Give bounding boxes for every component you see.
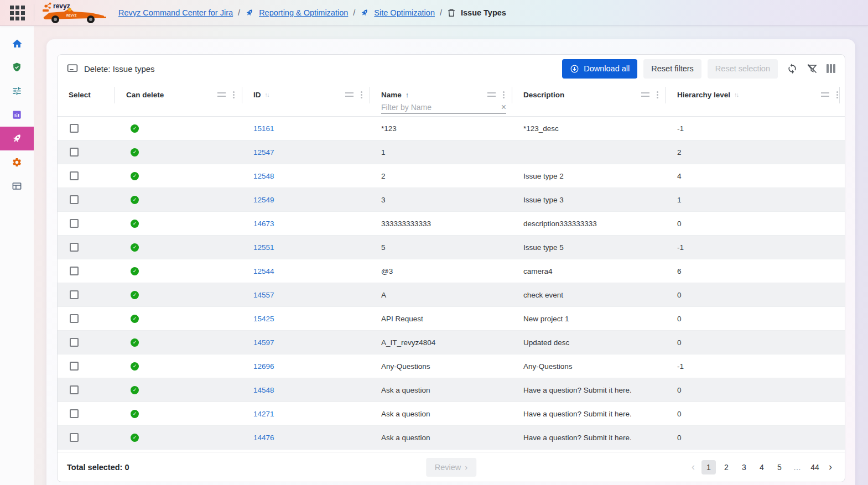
id-link[interactable]: 14476 — [253, 434, 274, 442]
select-cell — [58, 267, 115, 275]
filter-menu-icon[interactable] — [217, 92, 226, 97]
svg-text:REVYZ: REVYZ — [66, 14, 77, 17]
rocket-icon — [245, 8, 254, 17]
sidebar-item-optimization[interactable] — [0, 127, 34, 150]
sort-icon[interactable]: ↑↓ — [265, 91, 269, 98]
reset-selection-button[interactable]: Reset selection — [708, 59, 778, 79]
select-cell — [58, 219, 115, 228]
row-checkbox[interactable] — [70, 267, 79, 275]
page-button[interactable]: 44 — [808, 460, 822, 474]
row-checkbox[interactable] — [70, 433, 79, 442]
table-row: ✓ 14271 Ask a question Have a question? … — [58, 402, 845, 426]
id-link[interactable]: 14548 — [253, 386, 274, 394]
id-link[interactable]: 14673 — [253, 220, 274, 228]
select-cell — [58, 195, 115, 204]
row-checkbox[interactable] — [70, 385, 79, 394]
download-all-button[interactable]: Download all — [562, 59, 637, 79]
can-delete-cell: ✓ — [115, 148, 242, 157]
filter-menu-icon[interactable] — [345, 92, 354, 97]
column-menu-icon[interactable] — [657, 91, 658, 98]
sort-asc-icon[interactable]: ↑ — [406, 91, 409, 99]
row-checkbox[interactable] — [70, 219, 79, 228]
breadcrumb-separator: / — [353, 8, 355, 17]
review-button[interactable]: Review › — [426, 458, 477, 477]
id-link[interactable]: 12696 — [253, 362, 274, 371]
name-filter-input[interactable] — [381, 103, 498, 112]
row-checkbox[interactable] — [70, 195, 79, 204]
can-delete-check-icon: ✓ — [131, 148, 139, 157]
name-cell: A — [370, 291, 512, 299]
reset-filters-button[interactable]: Reset filters — [643, 59, 701, 79]
column-menu-icon[interactable] — [233, 91, 235, 98]
page-button[interactable]: 2 — [719, 460, 734, 474]
id-cell: 15161 — [242, 124, 370, 133]
rocket-icon — [360, 8, 369, 17]
sidebar-item-configuration[interactable] — [0, 79, 34, 103]
page-button[interactable]: 5 — [772, 460, 787, 474]
page-button[interactable]: 3 — [737, 460, 751, 474]
table-row: ✓ 14476 Ask a question Have a question? … — [58, 426, 845, 450]
row-checkbox[interactable] — [70, 362, 79, 371]
filter-off-icon[interactable] — [807, 63, 818, 74]
select-cell — [58, 433, 115, 442]
row-checkbox[interactable] — [70, 124, 79, 133]
column-header-name: Name ↑ × — [370, 82, 512, 105]
id-link[interactable]: 14557 — [253, 291, 274, 299]
app-switcher-icon[interactable] — [10, 6, 25, 20]
previous-page-button[interactable]: ‹ — [688, 461, 698, 473]
sidebar-item-backup[interactable] — [0, 55, 34, 79]
row-checkbox[interactable] — [70, 148, 79, 157]
breadcrumb: Revyz Command Center for Jira / Reportin… — [118, 8, 506, 18]
breadcrumb-link-reporting[interactable]: Reporting & Optimization — [259, 8, 348, 17]
filter-menu-icon[interactable] — [821, 92, 829, 97]
sort-icon[interactable]: ↑↓ — [734, 91, 739, 98]
id-link[interactable]: 12551 — [253, 243, 274, 252]
id-link[interactable]: 12544 — [253, 267, 274, 275]
filter-menu-icon[interactable] — [487, 92, 496, 97]
sidebar-item-settings[interactable] — [0, 150, 34, 174]
table-row: ✓ 12551 5 Issue type 5 -1 — [58, 236, 845, 259]
id-link[interactable]: 12548 — [253, 172, 274, 180]
breadcrumb-link-site-optimization[interactable]: Site Optimization — [374, 8, 435, 17]
row-checkbox[interactable] — [70, 290, 79, 299]
sidebar-item-home[interactable] — [0, 32, 34, 55]
description-cell: Issue type 2 — [512, 172, 666, 180]
next-page-button[interactable]: › — [825, 461, 835, 473]
description-cell: check event — [512, 291, 666, 299]
home-icon — [12, 38, 23, 49]
name-cell: 1 — [370, 148, 512, 157]
column-menu-icon[interactable] — [503, 91, 505, 98]
table-row: ✓ 15161 *123 *123_desc -1 — [58, 117, 845, 140]
sidebar-item-analytics[interactable] — [0, 103, 34, 127]
column-menu-icon[interactable] — [836, 91, 838, 98]
filter-menu-icon[interactable] — [641, 92, 649, 97]
row-checkbox[interactable] — [70, 409, 79, 418]
row-checkbox[interactable] — [70, 243, 79, 252]
hierarchy-cell: 0 — [666, 434, 845, 442]
id-link[interactable]: 12547 — [253, 148, 274, 157]
breadcrumb-current-page: Issue Types — [461, 8, 506, 17]
breadcrumb-link-command-center[interactable]: Revyz Command Center for Jira — [118, 8, 233, 17]
page-button[interactable]: 4 — [755, 460, 769, 474]
id-cell: 14557 — [242, 291, 370, 299]
row-checkbox[interactable] — [70, 171, 79, 180]
column-header-select: Select — [58, 82, 115, 105]
id-link[interactable]: 14597 — [253, 338, 274, 347]
can-delete-check-icon: ✓ — [131, 220, 139, 228]
id-link[interactable]: 15161 — [253, 124, 274, 133]
id-link[interactable]: 14271 — [253, 410, 274, 418]
can-delete-check-icon: ✓ — [131, 243, 139, 252]
page-button[interactable]: 1 — [701, 460, 716, 474]
column-menu-icon[interactable] — [361, 91, 362, 98]
id-link[interactable]: 12549 — [253, 196, 274, 204]
id-link[interactable]: 15425 — [253, 315, 274, 323]
refresh-icon[interactable] — [787, 63, 798, 74]
columns-icon[interactable] — [827, 64, 835, 73]
description-cell: New project 1 — [512, 315, 666, 323]
pagination: ‹ 12345…44 › — [688, 460, 835, 474]
gear-icon — [12, 157, 22, 168]
sidebar-item-app-window[interactable] — [0, 174, 34, 198]
row-checkbox[interactable] — [70, 338, 79, 347]
clear-filter-icon[interactable]: × — [501, 103, 506, 112]
row-checkbox[interactable] — [70, 314, 79, 323]
